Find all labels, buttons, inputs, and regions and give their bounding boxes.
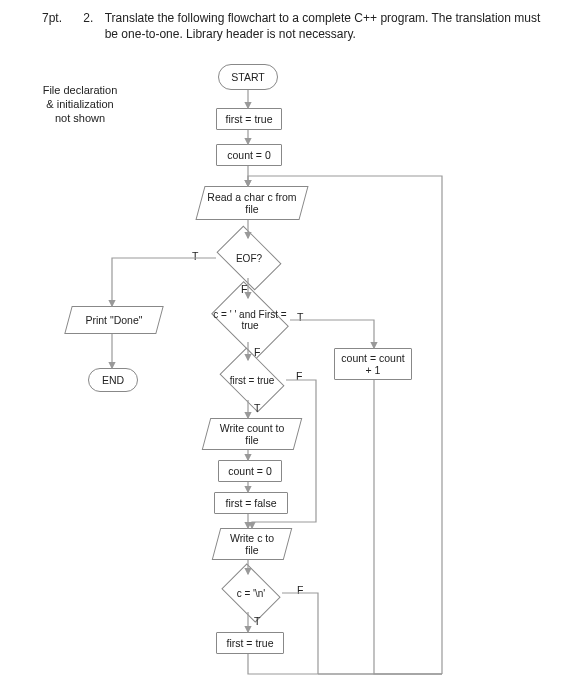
- first-true-set: first = true: [216, 632, 284, 654]
- count-inc-label: count = count + 1: [339, 352, 407, 376]
- space-first-decision: c = ' ' and First = true: [208, 296, 292, 344]
- end-terminator: END: [88, 368, 138, 392]
- question-number: 2.: [83, 10, 101, 26]
- write-c-label: Write c to file: [223, 532, 281, 556]
- eof-false-label: F: [241, 283, 247, 295]
- start-label: START: [231, 71, 264, 83]
- question-text: 7pt. 2. Translate the following flowchar…: [42, 10, 546, 42]
- note-line2: & initialization: [46, 98, 113, 110]
- eof-true-label: T: [192, 250, 198, 262]
- read-char-io: Read a char c from file: [200, 186, 304, 220]
- end-label: END: [102, 374, 124, 386]
- first-true-dec-label: first = true: [216, 358, 288, 402]
- space-first-label: c = ' ' and First = true: [208, 296, 292, 344]
- newline-false-label: F: [297, 584, 303, 596]
- first-false-label-edge: F: [296, 370, 302, 382]
- write-count-label: Write count to file: [213, 422, 291, 446]
- print-done-io: Print "Done": [68, 306, 160, 334]
- count-zero-init: count = 0: [216, 144, 282, 166]
- first-true-init: first = true: [216, 108, 282, 130]
- count-zero-init-label: count = 0: [227, 149, 271, 161]
- points-label: 7pt.: [42, 10, 80, 26]
- first-true-decision: first = true: [216, 358, 288, 402]
- first-true-set-label: first = true: [227, 637, 274, 649]
- newline-true-label: T: [254, 615, 260, 627]
- space-false-label: F: [254, 346, 260, 358]
- first-false: first = false: [214, 492, 288, 514]
- count-inc: count = count + 1: [334, 348, 412, 380]
- question-body: Translate the following flowchart to a c…: [105, 10, 545, 42]
- count-reset: count = 0: [218, 460, 282, 482]
- first-false-label: first = false: [225, 497, 276, 509]
- note-line3: not shown: [55, 112, 105, 124]
- count-reset-label: count = 0: [228, 465, 272, 477]
- eof-label: EOF?: [214, 236, 284, 280]
- newline-label: c = '\n': [218, 572, 284, 614]
- first-true-label-edge: T: [254, 402, 260, 414]
- note-line1: File declaration: [43, 84, 118, 96]
- read-char-label: Read a char c from file: [207, 191, 297, 215]
- print-done-label: Print "Done": [75, 314, 153, 326]
- first-true-init-label: first = true: [226, 113, 273, 125]
- eof-decision: EOF?: [214, 236, 284, 280]
- newline-decision: c = '\n': [218, 572, 284, 614]
- write-count-io: Write count to file: [206, 418, 298, 450]
- space-true-label: T: [297, 311, 303, 323]
- file-declaration-note: File declaration & initialization not sh…: [30, 84, 130, 125]
- start-terminator: START: [218, 64, 278, 90]
- write-c-io: Write c to file: [216, 528, 288, 560]
